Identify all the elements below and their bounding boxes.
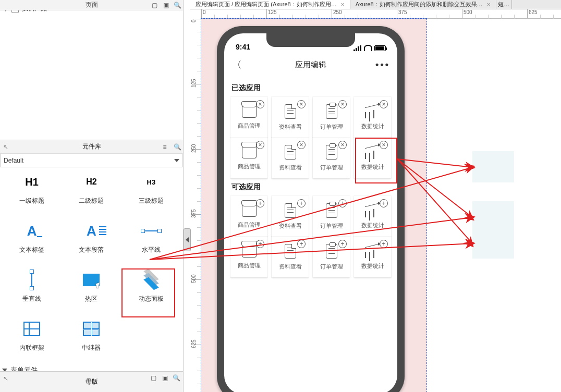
app-tile[interactable]: 数据统计 xyxy=(354,237,391,277)
vertical-ruler[interactable]: 0125250375500625 xyxy=(192,19,201,392)
order-icon xyxy=(326,104,337,119)
ruler-tick: 125 xyxy=(266,9,277,18)
back-icon[interactable]: 〈 xyxy=(231,58,242,72)
tab-label: Axure8：如何制作应用间的添加和删除交互效果… xyxy=(356,1,483,8)
battery-icon xyxy=(374,45,386,51)
widget-hotarea[interactable]: 热区 xyxy=(63,268,120,312)
app-tile-label: 资料查看 xyxy=(279,263,302,271)
document-tab-stub[interactable]: 短… xyxy=(496,0,512,9)
add-page-icon[interactable]: ▢ xyxy=(151,2,158,9)
app-tile[interactable]: 订单管理 xyxy=(313,237,350,277)
app-tile[interactable]: 订单管理 xyxy=(313,138,350,178)
add-master-icon[interactable]: ▢ xyxy=(150,374,157,382)
masters-search-icon[interactable]: 🔍 xyxy=(173,374,180,382)
h3-icon: H3 xyxy=(139,170,163,193)
remove-badge-icon[interactable] xyxy=(338,100,347,108)
repeater-icon xyxy=(79,317,103,340)
add-master-folder-icon[interactable]: ▣ xyxy=(161,374,168,382)
document-tab[interactable]: 应用编辑页面 / 应用编辑页面 (Axure8：如何制作应用… × xyxy=(190,0,350,9)
library-search-icon[interactable]: 🔍 xyxy=(174,143,181,151)
search-icon[interactable]: 🔍 xyxy=(174,2,181,9)
stats-icon xyxy=(365,105,381,118)
app-tile[interactable]: 商品管理 xyxy=(230,97,267,138)
horizontal-ruler[interactable]: 0125250375500625 xyxy=(201,9,561,19)
app-tile-label: 商品管理 xyxy=(238,221,261,229)
widget-iframe[interactable]: 内联框架 xyxy=(3,317,60,361)
tab-label: 应用编辑页面 / 应用编辑页面 (Axure8：如何制作应用… xyxy=(196,1,337,8)
nav-bar: 〈 应用编辑 ••• xyxy=(224,53,397,76)
library-scroll[interactable]: H1一级标题H2二级标题H3三级标题A文本标签A文本段落水平线垂直线热区动态面板… xyxy=(0,167,183,371)
close-icon[interactable]: × xyxy=(487,1,491,8)
widget-h2[interactable]: H2二级标题 xyxy=(63,170,120,214)
h-line-icon xyxy=(139,219,163,242)
app-tile[interactable]: 数据统计 xyxy=(354,97,391,138)
ruler-tick: 625 xyxy=(192,345,201,351)
library-menu-icon[interactable]: ≡ xyxy=(161,143,168,151)
pin-icon[interactable]: ↖ xyxy=(3,143,8,151)
app-tile[interactable]: 订单管理 xyxy=(313,97,350,138)
drop-target-placeholder[interactable] xyxy=(472,151,514,182)
app-tile[interactable]: 商品管理 xyxy=(230,138,267,178)
add-badge-icon[interactable] xyxy=(297,240,306,248)
ruler-tick: 250 xyxy=(192,149,201,155)
svg-marker-3 xyxy=(465,162,476,173)
app-tile[interactable]: 订单管理 xyxy=(313,196,350,237)
widget-paragraph[interactable]: A文本段落 xyxy=(63,219,120,263)
textlabel-icon: A xyxy=(20,219,44,242)
app-tile-label: 商品管理 xyxy=(238,163,261,170)
app-tile-label: 资料查看 xyxy=(279,123,302,131)
library-forms-section[interactable]: 表单元件 xyxy=(0,361,183,371)
app-tile[interactable]: 资料查看 xyxy=(272,138,309,178)
doc-icon xyxy=(285,145,296,160)
app-tile[interactable]: 商品管理 xyxy=(230,237,267,277)
widget-label: 文本标签 xyxy=(19,246,44,254)
app-tile-label: 订单管理 xyxy=(320,263,343,271)
chevron-down-icon xyxy=(174,159,179,162)
ruler-tick: 375 xyxy=(192,214,201,220)
widget-v-line[interactable]: 垂直线 xyxy=(3,268,60,312)
iframe-icon xyxy=(20,317,44,340)
remove-badge-icon[interactable] xyxy=(297,100,306,108)
app-tile-label: 订单管理 xyxy=(320,222,343,230)
app-grid: 商品管理资料查看订单管理数据统计 xyxy=(228,237,393,277)
more-icon[interactable]: ••• xyxy=(375,59,390,70)
library-set-dropdown[interactable]: Default xyxy=(0,154,183,167)
remove-badge-icon[interactable] xyxy=(256,100,264,108)
add-badge-icon[interactable] xyxy=(297,199,306,207)
pages-panel-header: 页面 ▢ ▣ 🔍 xyxy=(0,0,183,10)
add-folder-icon[interactable]: ▣ xyxy=(162,2,169,9)
shop-icon xyxy=(242,204,257,217)
remove-badge-icon[interactable] xyxy=(338,141,347,149)
masters-panel: ↖ 母版 ▢ ▣ 🔍 xyxy=(0,371,184,392)
widget-label: 三级标题 xyxy=(139,197,164,205)
ruler-tick: 250 xyxy=(332,9,342,18)
widget-textlabel[interactable]: A文本标签 xyxy=(3,219,60,263)
pages-panel: 页面 ▢ ▣ 🔍 投稿产品 xyxy=(0,0,184,140)
doc-icon xyxy=(285,104,296,119)
v-line-icon xyxy=(20,268,44,291)
annotation-highlight xyxy=(355,138,397,183)
drop-target-placeholder[interactable] xyxy=(472,227,514,259)
add-badge-icon[interactable] xyxy=(256,199,264,207)
app-tile[interactable]: 资料查看 xyxy=(272,97,309,138)
widget-h3[interactable]: H3三级标题 xyxy=(123,170,180,214)
widget-repeater[interactable]: 中继器 xyxy=(63,317,120,361)
remove-badge-icon[interactable] xyxy=(297,141,306,149)
add-badge-icon[interactable] xyxy=(380,199,388,207)
panel-splitter[interactable] xyxy=(184,0,191,392)
remove-badge-icon[interactable] xyxy=(380,100,388,108)
widget-h1[interactable]: H1一级标题 xyxy=(3,170,60,214)
document-tab[interactable]: Axure8：如何制作应用间的添加和删除交互效果… × xyxy=(350,0,496,9)
design-canvas[interactable]: 9:41 〈 应用编辑 ••• 已选应用商品管理资料查看订单管理数据统计商品管理… xyxy=(201,19,561,392)
remove-badge-icon[interactable] xyxy=(256,141,264,149)
pin-icon[interactable]: ↖ xyxy=(3,375,8,382)
close-icon[interactable]: × xyxy=(341,1,345,8)
order-icon xyxy=(326,203,337,218)
app-tile-label: 数据统计 xyxy=(361,123,384,130)
widget-label: 一级标题 xyxy=(19,197,44,205)
library-title: 元件库 xyxy=(82,142,101,151)
tab-label: 短… xyxy=(498,1,509,8)
doc-icon xyxy=(285,203,296,218)
app-tile[interactable]: 资料查看 xyxy=(272,196,309,237)
add-badge-icon[interactable] xyxy=(338,240,347,248)
